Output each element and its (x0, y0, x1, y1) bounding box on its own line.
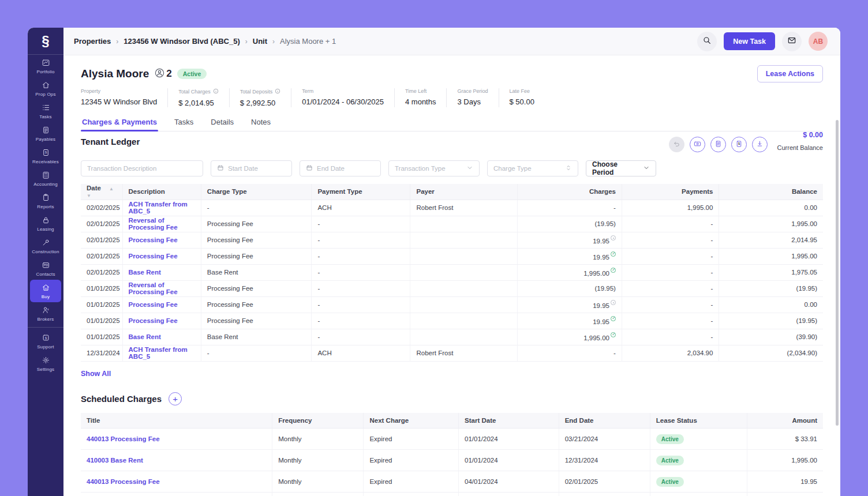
sidebar-item-payables[interactable]: Payables (30, 122, 61, 145)
stat-late-fee: Late Fee $ 50.00 (510, 88, 545, 107)
transaction-link[interactable]: ACH Transfer from ABC_5 (129, 201, 188, 215)
sidebar-item-brokers[interactable]: $ Brokers (30, 302, 61, 325)
sidebar-item-accounting[interactable]: Accounting (30, 167, 61, 190)
cell-end-date: 02/01/2025 (559, 471, 650, 493)
cell-charge-type: Processing Fee (201, 216, 312, 232)
choose-period-select[interactable]: Choose Period (586, 160, 656, 176)
transaction-link[interactable]: Processing Fee (129, 317, 178, 324)
sidebar-item-buy[interactable]: $ Buy (30, 280, 61, 302)
cell-charges: (19.95) (517, 280, 622, 296)
sidebar-item-tasks[interactable]: Tasks (30, 100, 61, 122)
sidebar-item-contacts[interactable]: Contacts (30, 257, 61, 280)
scheduled-charge-link[interactable]: 440013 Processing Fee (87, 435, 160, 442)
transaction-link[interactable]: Processing Fee (129, 236, 178, 243)
payment-card-button[interactable] (690, 137, 705, 152)
start-date-input[interactable]: Start Date (211, 160, 292, 176)
table-row: 440013 Processing Fee Monthly Expired 01… (81, 429, 823, 450)
contact-card-icon (42, 261, 50, 270)
sidebar-item-settings[interactable]: Settings (30, 352, 61, 375)
sidebar-item-support[interactable]: $ Support (30, 330, 61, 352)
lease-actions-button[interactable]: Lease Actions (757, 65, 823, 82)
breadcrumb-properties[interactable]: Properties (74, 37, 111, 46)
transaction-link[interactable]: ACH Transfer from ABC_5 (129, 346, 188, 360)
column-end-date: End Date (559, 413, 650, 429)
scrollbar[interactable] (836, 120, 839, 426)
cell-charge-type: - (201, 200, 312, 216)
sidebar-item-label: Settings (37, 367, 55, 372)
cell-balance: (2,034.90) (719, 345, 823, 361)
table-row: 01/01/2025 Base Rent Base Rent - 1,995.0… (81, 329, 823, 345)
cell-charges: 1,995.00 (517, 264, 622, 280)
transaction-link[interactable]: Base Rent (129, 333, 161, 340)
cell-payments: - (622, 329, 719, 345)
sidebar-item-leasing[interactable]: Leasing (30, 212, 61, 235)
transaction-link[interactable]: Processing Fee (129, 253, 178, 260)
cell-balance: (39.90) (719, 329, 823, 345)
info-icon[interactable] (275, 88, 280, 95)
scheduled-charges-table: Title Frequency Next Charge Start Date E… (81, 413, 823, 496)
search-button[interactable] (697, 32, 717, 51)
cell-balance: (19.95) (719, 313, 823, 329)
messages-button[interactable] (782, 32, 802, 51)
cell-charges: 19.95 (517, 232, 622, 248)
tab-tasks[interactable]: Tasks (173, 115, 194, 131)
table-row: 12/31/2024 ACH Transfer from ABC_5 - ACH… (81, 345, 823, 361)
column-start-date: Start Date (459, 413, 559, 429)
cell-end-date: 12/31/2024 (559, 450, 650, 471)
column-date[interactable]: Date▲▼ (81, 184, 122, 200)
stat-total-deposits: Total Deposits $ 2,992.50 (240, 88, 292, 107)
cell-frequency: Monthly (272, 429, 364, 450)
column-payer: Payer (410, 184, 517, 200)
tab-details[interactable]: Details (209, 115, 235, 131)
scheduled-charge-link[interactable]: 410003 Base Rent (87, 457, 143, 464)
invoice-button[interactable]: $ (731, 137, 747, 152)
ledger-actions: $ $ 0.00 Current Balance (669, 137, 824, 152)
stat-time-left: Time Left 4 months (405, 88, 447, 107)
breadcrumb-property[interactable]: 123456 W Windsor Blvd (ABC_5) (124, 37, 240, 46)
transaction-type-select[interactable]: Transaction Type (388, 160, 480, 176)
end-date-input[interactable]: End Date (300, 160, 381, 176)
tab-charges-payments[interactable]: Charges & Payments (81, 115, 158, 131)
occupant-count[interactable]: 2 (154, 67, 171, 81)
cell-payment-type: - (312, 264, 410, 280)
show-all-link[interactable]: Show All (81, 370, 111, 378)
transaction-link[interactable]: Reversal of Processing Fee (129, 217, 178, 231)
cell-balance: 1,995.00 (719, 216, 823, 232)
transaction-description-input[interactable] (81, 160, 203, 176)
breadcrumb-unit[interactable]: Unit (253, 37, 267, 46)
status-badge: Active (177, 69, 207, 79)
cell-payment-type: - (312, 248, 410, 264)
column-charges: Charges (517, 184, 622, 200)
transaction-link[interactable]: Processing Fee (129, 301, 178, 308)
transaction-link[interactable]: Base Rent (129, 269, 161, 276)
cell-charge-type: Processing Fee (201, 280, 312, 296)
new-task-button[interactable]: New Task (724, 32, 775, 50)
transaction-link[interactable]: Reversal of Processing Fee (129, 281, 178, 295)
tenant-stats: Property 12345 W Windsor Blvd Total Char… (81, 88, 823, 107)
svg-text:$: $ (738, 142, 739, 145)
sidebar-item-prop-ops[interactable]: Prop Ops (30, 77, 61, 100)
sidebar-item-construction[interactable]: Construction (30, 235, 61, 257)
scheduled-charge-link[interactable]: 440013 Processing Fee (87, 478, 160, 485)
statement-button[interactable] (710, 137, 726, 152)
current-balance-value: $ 0.00 (777, 131, 824, 139)
tab-bar: Charges & Payments Tasks Details Notes (81, 115, 823, 131)
add-scheduled-charge-button[interactable]: + (169, 392, 182, 405)
cell-date: 02/01/2025 (81, 248, 122, 264)
download-button[interactable] (752, 137, 768, 152)
info-icon[interactable] (213, 88, 219, 95)
charge-type-select[interactable]: Charge Type (487, 160, 578, 176)
sidebar-item-reports[interactable]: Reports (30, 190, 61, 212)
breadcrumb-separator: › (116, 37, 118, 46)
stat-grace-period: Grace Period 3 Days (457, 88, 499, 107)
table-row: 02/01/2025 Processing Fee Processing Fee… (81, 248, 823, 264)
avatar[interactable]: AB (809, 32, 828, 51)
column-payments: Payments (622, 184, 719, 200)
sidebar-item-receivables[interactable]: $ Receivables (30, 145, 61, 167)
sidebar-item-portfolio[interactable]: Portfolio (30, 55, 61, 77)
wrench-icon (42, 238, 50, 248)
column-balance: Balance (719, 184, 823, 200)
cell-next-charge: Expired (364, 450, 459, 471)
table-row: 02/01/2025 Base Rent Base Rent - 1,995.0… (81, 264, 823, 280)
tab-notes[interactable]: Notes (250, 115, 272, 131)
